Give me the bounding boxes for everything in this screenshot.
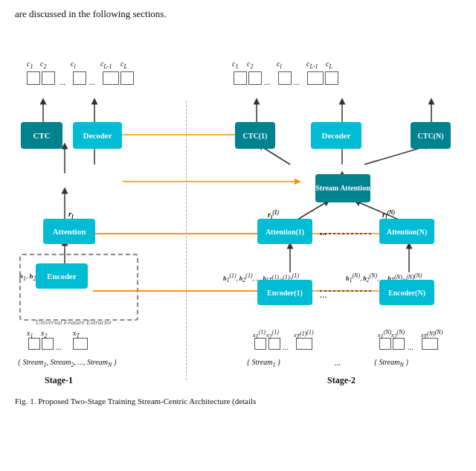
cL-box [120, 71, 134, 85]
x1s1-label: x1(1) [253, 329, 266, 340]
caption: Fig. 1. Proposed Two-Stage Training Stre… [15, 396, 461, 407]
c2-label: c2 [40, 60, 46, 70]
xT-label: xT [73, 329, 80, 339]
stage1-label: Stage-1 [45, 375, 73, 386]
stage2-label: Stage-2 [327, 375, 356, 386]
c1-label: c1 [27, 60, 33, 70]
enc-dots: ... [320, 289, 327, 301]
attention-box: Attention [43, 219, 95, 244]
encoderN-box: Encoder(N) [379, 280, 434, 305]
ctc-box: CTC [21, 122, 62, 149]
c2r-label: c2 [247, 60, 253, 70]
stream1-label: { Stream1 } [247, 358, 280, 368]
ctc1-box: CTC(1) [235, 122, 275, 149]
streamN-label: { StreamN } [374, 358, 408, 368]
cl-box [73, 71, 86, 85]
clr-box [278, 71, 292, 85]
stream-mid-dots: ... [335, 358, 341, 367]
c2r-box [248, 71, 262, 85]
rdots2: ... [294, 77, 300, 86]
cLr-label: cL [326, 60, 332, 70]
cl1-label: cL-1 [100, 60, 112, 70]
x1-label: x1 [27, 329, 33, 339]
encoder1-box: Encoder(1) [257, 280, 312, 305]
dots1: ... [60, 77, 65, 86]
xTs1-label: xT(1)(1) [294, 329, 314, 340]
top-text: are discussed in the following sections. [15, 7, 461, 21]
c1-box [27, 71, 40, 85]
decoder2-box: Decoder [311, 122, 361, 149]
x1-box [28, 338, 40, 350]
stream-attention-box: Stream Attention [315, 174, 370, 202]
ufe-label: Universal Feature Extractor [36, 318, 112, 326]
cL1r-box [307, 71, 324, 85]
encoder-box: Encoder [36, 263, 88, 289]
xT-box [73, 338, 88, 350]
stage-divider [186, 101, 187, 380]
c2-box [42, 71, 55, 85]
c1r-label: c1 [232, 60, 238, 70]
attention1-box: Attention(1) [257, 219, 312, 244]
cl1-box [103, 71, 119, 85]
cLr-box [325, 71, 338, 85]
attentionN-box: Attention(N) [379, 219, 434, 244]
cL1r-label: cL-1 [306, 60, 318, 70]
cL-label: cL [120, 60, 127, 70]
cl-label: cl [71, 60, 76, 70]
dots2: ... [89, 77, 95, 86]
x2s1-label: x2(1) [266, 329, 279, 340]
x2-box [42, 338, 54, 350]
decoder-box: Decoder [73, 122, 122, 149]
s1-dots: ... [283, 342, 289, 351]
x1sN-label: x1(N) [378, 329, 391, 340]
x2sN-label: x2(N) [391, 329, 405, 340]
sN-dots: ... [408, 342, 414, 351]
c1r-box [234, 71, 247, 85]
attn-dots: ... [320, 226, 327, 238]
xdots: ... [56, 342, 62, 351]
streams-label: { Stream1, Stream2, ..., StreamN } [18, 358, 117, 368]
x2-label: x2 [41, 329, 47, 339]
clr-label: cl [277, 60, 282, 70]
diagram: c1 c2 ... cl ... cL-1 cL CTC Decoder rl … [15, 27, 461, 391]
rdots1: ... [264, 77, 270, 86]
xTsN-label: xT(N)(N) [421, 329, 443, 340]
ctcN-box: CTC(N) [411, 122, 451, 149]
